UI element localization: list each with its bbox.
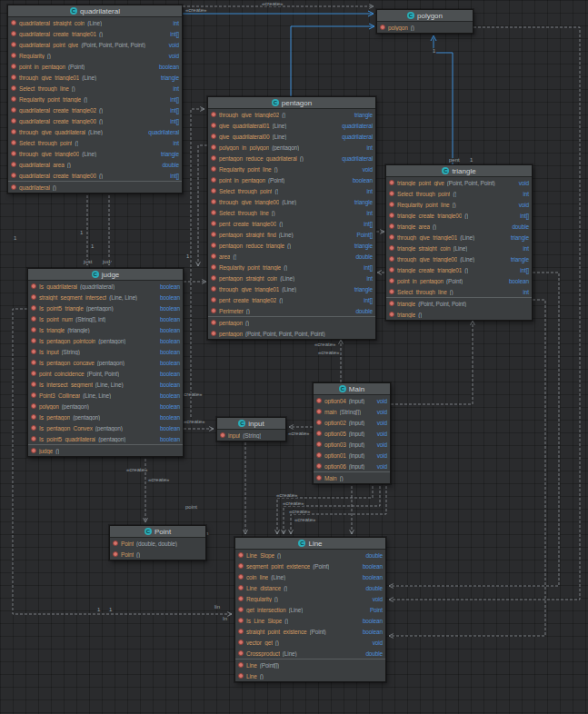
method-row[interactable]: quadrilateral_straight_coin(Line)int [8, 17, 182, 28]
method-row[interactable]: segment_point_existence(Point)boolean [235, 560, 385, 571]
method-row[interactable]: Crossproduct(Line)double [235, 648, 385, 659]
method-row[interactable]: Regularity()void [235, 593, 385, 604]
class-box-judge[interactable]: CjudgeIs_quadrilateral(quadrilateral)boo… [27, 268, 184, 457]
method-row[interactable]: triangle_create_triangle00()int[] [386, 210, 532, 221]
method-row[interactable]: through_give_quadrilateral(Line)quadrila… [8, 126, 182, 137]
method-row[interactable]: straight_segment_intersect(Line, Line)bo… [28, 292, 183, 302]
method-row[interactable]: point_in_pentagon(Point)boolean [386, 275, 532, 286]
method-row[interactable]: pentagon_reduce_triangle()triangle [208, 240, 375, 251]
method-row[interactable]: pentagon_reduce_quadrilateral()quadrilat… [208, 153, 375, 164]
class-header-input[interactable]: Cinput [217, 418, 285, 430]
method-row[interactable]: get_intersection(Line)Point [235, 604, 385, 615]
constructor-row[interactable]: triangle() [386, 309, 532, 320]
class-header-triangle[interactable]: Ctriangle [386, 165, 532, 177]
class-header-polygon[interactable]: Cpolygon [377, 10, 473, 22]
method-row[interactable]: main(String[])void [314, 406, 390, 417]
constructor-row[interactable]: Main() [314, 472, 390, 483]
method-row[interactable]: option05(input)void [314, 428, 390, 439]
method-row[interactable]: Is_pentagon_concave(pentagon)boolean [28, 357, 183, 368]
method-row[interactable]: quadrilateral_point_give(Point, Point, P… [8, 39, 182, 50]
method-row[interactable]: Is_input(String)boolean [28, 346, 183, 357]
constructor-row[interactable]: Point(double, double) [110, 538, 205, 549]
method-row[interactable]: Is_quadrilateral(quadrilateral)boolean [28, 281, 183, 292]
method-row[interactable]: pentagon_straight_find(Line)Point[] [208, 229, 375, 240]
method-row[interactable]: point_in_pentagon(Point)boolean [8, 61, 182, 72]
method-row[interactable]: Is_triangle(triangle)boolean [28, 324, 183, 335]
class-header-quadrilateral[interactable]: Cquadrilateral [8, 5, 182, 17]
method-row[interactable]: straight_point_existence(Point)boolean [235, 626, 385, 637]
constructor-row[interactable]: judge() [28, 445, 183, 456]
class-box-Main[interactable]: CMainoption04(input)voidmain(String[])vo… [313, 382, 391, 484]
class-box-input[interactable]: Cinputinput(String) [216, 417, 286, 441]
method-row[interactable]: quadrilateral_create_triangle01()int[] [8, 28, 182, 39]
class-header-judge[interactable]: Cjudge [28, 269, 183, 281]
method-row[interactable]: Select_through_point()int [8, 137, 182, 148]
method-row[interactable]: through_give_triangle01(Line)triangle [386, 232, 532, 243]
method-row[interactable]: triangle_create_triangle01()int[] [386, 264, 532, 275]
method-row[interactable]: Select_through_point()int [386, 188, 532, 199]
class-header-Main[interactable]: CMain [314, 383, 390, 395]
method-row[interactable]: triangle_straight_coin(Line)int [386, 243, 532, 253]
method-row[interactable]: Regularity()void [8, 50, 182, 61]
method-row[interactable]: quadrilateral_create_triangle00()int[] [8, 115, 182, 126]
method-row[interactable]: option01(input)void [314, 450, 390, 461]
method-row[interactable]: Regularity_point_triangle()int[] [8, 94, 182, 104]
method-row[interactable]: polygon_in_polygon(pentagon)int [208, 142, 375, 153]
method-row[interactable]: give_quadrilateral01(Line)quadrilateral [208, 120, 375, 131]
method-row[interactable]: Is_pentagon(pentagon)boolean [28, 412, 183, 422]
method-row[interactable]: Perimeter()double [208, 305, 375, 316]
method-row[interactable]: Regularity_point_line()void [386, 199, 532, 210]
method-row[interactable]: through_give_triangle00(Line)triangle [386, 253, 532, 264]
method-row[interactable]: pent_create_triangle02()int[] [208, 294, 375, 305]
method-row[interactable]: option03(input)void [314, 439, 390, 450]
method-row[interactable]: pentagon_straight_coin(Line)int [208, 273, 375, 283]
class-box-quadrilateral[interactable]: Cquadrilateralquadrilateral_straight_coi… [7, 5, 183, 193]
constructor-row[interactable]: polygon() [377, 22, 473, 33]
method-row[interactable]: Is_point_num(String[], int)boolean [28, 313, 183, 324]
method-row[interactable]: option06(input)void [314, 461, 390, 471]
constructor-row[interactable]: Line(Point[]) [235, 659, 385, 670]
constructor-row[interactable]: input(String) [217, 430, 285, 441]
method-row[interactable]: through_give_triangle01(Line)triangle [208, 283, 375, 294]
method-row[interactable]: through_give_triangle00(Line)triangle [208, 196, 375, 207]
class-box-polygon[interactable]: Cpolygonpolygon() [376, 9, 473, 34]
method-row[interactable]: polygon(pentagon)boolean [28, 401, 183, 412]
method-row[interactable]: coin_line(Line)boolean [235, 571, 385, 582]
method-row[interactable]: through_give_triangle01(Line)triangle [8, 72, 182, 83]
method-row[interactable]: Select_through_point()int [208, 185, 375, 196]
method-row[interactable]: Regularity_point_line()void [208, 164, 375, 174]
method-row[interactable]: triangle_point_give(Point, Point, Point)… [386, 177, 532, 188]
method-row[interactable]: pent_create_triangle00()int[] [208, 218, 375, 229]
method-row[interactable]: Select_through_line()int [386, 286, 532, 297]
constructor-row[interactable]: pentagon() [208, 317, 375, 328]
method-row[interactable]: Is_point5_quadrilateral(pentagon)boolean [28, 433, 183, 444]
method-row[interactable]: through_give_triangle02()triangle [208, 109, 375, 120]
constructor-row[interactable]: Line() [235, 670, 385, 681]
method-row[interactable]: Select_through_line()int [208, 207, 375, 218]
method-row[interactable]: give_quadrilateral00(Line)quadrilateral [208, 131, 375, 142]
method-row[interactable]: vector_get()void [235, 637, 385, 648]
method-row[interactable]: area()double [208, 251, 375, 262]
constructor-row[interactable]: quadrilateral() [8, 182, 182, 193]
method-row[interactable]: Is_intersect_segment(Line, Line)boolean [28, 379, 183, 390]
method-row[interactable]: quadrilateral_area()double [8, 159, 182, 170]
class-header-pentagon[interactable]: Cpentagon [208, 97, 375, 109]
method-row[interactable]: Line_distance()double [235, 582, 385, 593]
class-header-Line[interactable]: CLine [235, 538, 385, 550]
method-row[interactable]: quadrilateral_create_triangle02()int[] [8, 104, 182, 115]
method-row[interactable]: option04(input)void [314, 395, 390, 406]
class-box-pentagon[interactable]: Cpentagonthrough_give_triangle02()triang… [207, 96, 376, 340]
method-row[interactable]: Select_through_line()int [8, 83, 182, 94]
constructor-row[interactable]: Point() [110, 549, 205, 560]
method-row[interactable]: Is_point5_triangle(pentagon)boolean [28, 302, 183, 313]
method-row[interactable]: through_give_triangle00(Line)triangle [8, 148, 182, 159]
class-box-Line[interactable]: CLineLine_Slope()doublesegment_point_exi… [234, 537, 386, 682]
method-row[interactable]: quadrilateral_create_triangle00()int[] [8, 170, 182, 181]
constructor-row[interactable]: triangle(Point, Point, Point) [386, 298, 532, 309]
class-box-Point[interactable]: CPointPoint(double, double)Point() [109, 525, 206, 560]
method-row[interactable]: triangle_area()double [386, 221, 532, 232]
uml-diagram-canvas[interactable]: «create»«create»11111justjudpent1«create… [0, 0, 588, 714]
method-row[interactable]: Is_pentagon_pointcoin(pentagon)boolean [28, 335, 183, 346]
method-row[interactable]: point_in_pentagon(Point)boolean [208, 174, 375, 185]
method-row[interactable]: option02(input)void [314, 417, 390, 428]
